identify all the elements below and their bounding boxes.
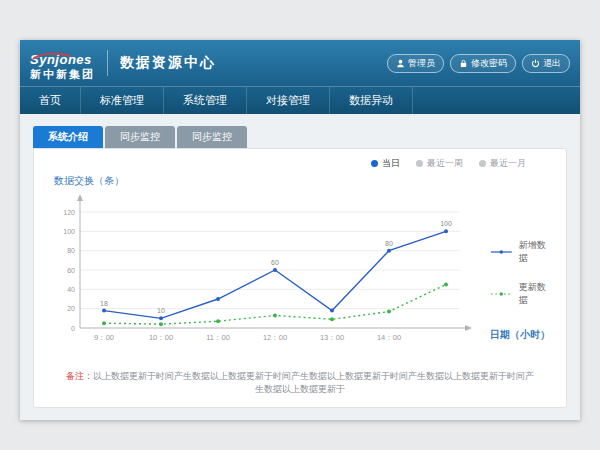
svg-text:20: 20 [67,305,75,312]
svg-text:18: 18 [100,300,108,307]
legend-item-0[interactable]: 新增数据 [490,239,550,265]
logout-button[interactable]: 退出 [522,54,570,73]
legend-line-sample [490,290,513,298]
user-icon [396,59,405,68]
content-area: 系统介绍同步监控同步监控 当日最近一周最近一月 数据交换（条） 02040608… [20,114,580,420]
svg-text:100: 100 [440,220,452,227]
time-filter-group: 当日最近一周最近一月 [50,157,550,170]
svg-text:10：00: 10：00 [149,333,173,342]
line-chart: 0204060801001209：0010：0011：0012：0013：001… [50,188,482,358]
legend-line-sample [490,248,513,256]
filter-dot-icon [479,160,486,167]
filter-2[interactable]: 最近一月 [479,157,526,170]
filter-label: 最近一月 [490,157,526,170]
legend-label: 新增数据 [519,239,550,265]
svg-text:12：00: 12：00 [263,333,287,342]
svg-text:11：00: 11：00 [206,333,230,342]
nav-item-0[interactable]: 首页 [20,87,81,114]
user-action-label: 管理员 [408,57,435,70]
app-window: Synjones 新中新集团 数据资源中心 管理员修改密码退出 首页标准管理系统… [20,40,580,420]
user-button[interactable]: 管理员 [387,54,444,73]
legend-label: 更新数据 [519,281,550,307]
x-axis-title: 日期（小时） [490,328,550,342]
svg-text:80: 80 [385,240,393,247]
filter-1[interactable]: 最近一周 [416,157,463,170]
svg-text:14：00: 14：00 [377,333,401,342]
page-title: 数据资源中心 [120,54,216,72]
tab-1[interactable]: 同步监控 [105,126,175,148]
legend-item-1[interactable]: 更新数据 [490,281,550,307]
nav-item-4[interactable]: 数据异动 [330,87,413,114]
tab-bar: 系统介绍同步监控同步监控 [33,126,567,148]
logout-icon [531,59,540,68]
lock-icon [459,59,468,68]
nav-item-3[interactable]: 对接管理 [247,87,330,114]
svg-text:13：00: 13：00 [320,333,344,342]
svg-text:9：00: 9：00 [94,333,114,342]
svg-text:60: 60 [271,259,279,266]
logo-swoosh-icon [32,47,72,63]
footnote: 备注：以上数据更新于时间产生数据以上数据更新于时间产生数据以上数据更新于时间产生… [50,370,550,395]
svg-text:120: 120 [63,209,75,216]
company-name: 新中新集团 [30,69,95,80]
svg-text:100: 100 [63,228,75,235]
lock-button[interactable]: 修改密码 [450,54,516,73]
user-action-label: 修改密码 [471,57,507,70]
svg-text:60: 60 [67,267,75,274]
svg-text:10: 10 [157,307,165,314]
user-action-label: 退出 [543,57,561,70]
logo: Synjones 新中新集团 [30,47,95,80]
svg-text:80: 80 [67,247,75,254]
chart-panel: 当日最近一周最近一月 数据交换（条） 0204060801001209：0010… [33,148,567,408]
tab-0[interactable]: 系统介绍 [33,126,103,148]
user-actions: 管理员修改密码退出 [387,54,570,73]
footnote-text: 以上数据更新于时间产生数据以上数据更新于时间产生数据以上数据更新于时间产生数据以… [93,371,534,394]
filter-dot-icon [371,160,378,167]
footnote-label: 备注： [66,371,93,381]
nav-bar: 首页标准管理系统管理对接管理数据异动 [20,86,580,114]
y-axis-title: 数据交换（条） [54,174,550,188]
series-legend: 新增数据更新数据日期（小时） [482,188,550,358]
filter-dot-icon [416,160,423,167]
tab-2[interactable]: 同步监控 [177,126,247,148]
header-divider [107,50,108,76]
svg-text:40: 40 [67,286,75,293]
filter-label: 当日 [382,157,400,170]
filter-label: 最近一周 [427,157,463,170]
filter-0[interactable]: 当日 [371,157,400,170]
nav-item-2[interactable]: 系统管理 [164,87,247,114]
svg-text:0: 0 [71,325,75,332]
nav-item-1[interactable]: 标准管理 [81,87,164,114]
app-header: Synjones 新中新集团 数据资源中心 管理员修改密码退出 [20,40,580,86]
chart-row: 0204060801001209：0010：0011：0012：0013：001… [50,188,550,358]
